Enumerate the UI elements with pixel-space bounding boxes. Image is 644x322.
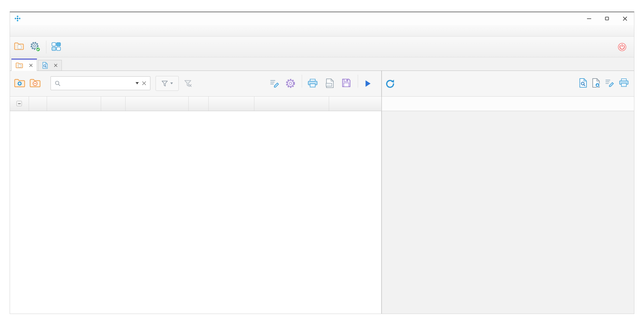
col-gene [382,97,430,111]
select-all-checkbox[interactable] [16,101,22,106]
toolbar-separator [358,75,358,88]
tab-results[interactable] [11,59,37,71]
edit-list-icon[interactable] [270,79,279,89]
remove-folder-icon[interactable] [29,78,41,88]
view-report-icon[interactable] [579,78,587,88]
search-input[interactable] [64,81,132,86]
window-controls [580,12,634,25]
alleles-toolbar [382,71,634,97]
close-icon [623,16,627,21]
maximize-button[interactable] [598,12,616,25]
alleles-toolbar-icons [579,78,629,88]
alleles-header-row [382,97,634,111]
export-csv-icon[interactable] [326,78,334,88]
results-folder-icon [15,62,23,69]
col-group-g [451,97,505,111]
search-clear-icon[interactable] [142,81,146,85]
tab-close-icon[interactable] [29,63,33,67]
close-button[interactable] [616,12,634,25]
edit-report-icon[interactable] [605,78,614,88]
col-group-p [505,97,578,111]
tile-view-icon[interactable] [51,42,61,51]
stop-power-icon[interactable] [617,42,627,52]
add-folder-icon[interactable] [14,78,25,88]
minimize-icon [587,18,591,19]
samples-panel [10,71,381,314]
tab-calc[interactable] [38,60,62,71]
content-area [10,71,634,314]
clear-filter-icon[interactable] [184,80,193,88]
toolbar-separator [46,41,46,53]
run-all-icon[interactable] [365,80,371,87]
open-results-folder-icon[interactable] [14,42,24,51]
print-report-icon[interactable] [619,78,629,88]
samples-table [10,97,381,314]
col-n[interactable] [29,97,47,111]
calc-document-icon [42,62,48,69]
search-icon [55,80,61,86]
col-file[interactable] [125,97,188,111]
print-icon[interactable] [308,79,318,88]
processing-settings-icon[interactable] [30,41,41,52]
app-window [10,12,634,314]
refresh-icon[interactable] [385,79,395,89]
col-allele-list [578,97,634,111]
col-index[interactable] [101,97,125,111]
alleles-panel [382,71,634,314]
table-settings-icon[interactable] [285,78,296,89]
col-info[interactable] [188,97,208,111]
filter-button[interactable] [156,76,179,91]
col-processing[interactable] [329,97,381,111]
export-document-icon[interactable] [592,78,600,88]
menu-bar [10,25,634,37]
col-expand [430,97,442,111]
title-bar [10,12,634,25]
col-messages[interactable] [208,97,254,111]
save-icon[interactable] [342,78,351,88]
col-allele-n [442,97,451,111]
col-control[interactable] [254,97,329,111]
filter-dropdown-icon [170,82,173,84]
tab-bar [10,57,634,71]
filter-funnel-icon [161,80,168,87]
tab-close-icon[interactable] [54,63,58,67]
minimize-button[interactable] [580,12,598,25]
alleles-table [382,97,634,314]
samples-header-row [10,97,381,111]
toolbar-separator [302,75,302,88]
main-toolbar [10,37,634,57]
search-box [51,76,150,90]
col-identifier[interactable] [47,97,101,111]
samples-toolbar [10,71,381,97]
app-logo-icon [14,15,21,22]
search-dropdown-icon[interactable] [136,82,139,84]
maximize-icon [605,17,609,20]
